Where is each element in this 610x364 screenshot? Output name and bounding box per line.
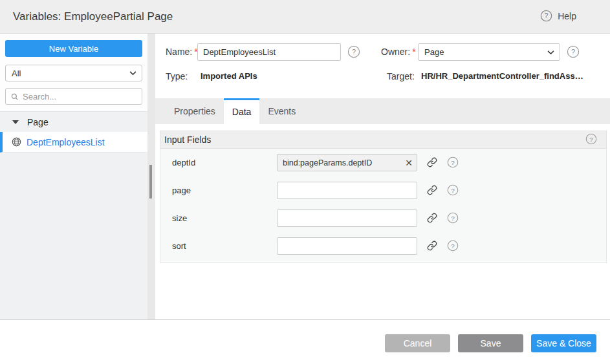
tab-properties[interactable]: Properties <box>166 98 224 124</box>
field-label: sort <box>172 237 186 255</box>
help-label: Help <box>558 11 576 21</box>
field-help-icon[interactable]: ? <box>447 184 459 198</box>
name-help-icon[interactable]: ? <box>347 45 360 60</box>
size-input[interactable] <box>277 209 417 227</box>
variables-sidebar: New Variable All Page DeptE <box>0 34 147 319</box>
scrollbar-thumb[interactable] <box>149 165 152 198</box>
field-help-icon[interactable]: ? <box>447 240 459 253</box>
svg-text:?: ? <box>571 48 575 56</box>
tree-group-label: Page <box>27 117 49 127</box>
input-fields-title: Input Fields <box>164 134 211 145</box>
svg-text:?: ? <box>451 215 455 222</box>
target-value: HR/HR_DepartmentController_findAss… <box>421 71 583 81</box>
input-fields-help-icon[interactable]: ? <box>585 133 597 147</box>
required-marker: * <box>412 47 415 57</box>
variable-filter: All <box>5 65 142 81</box>
save-button[interactable]: Save <box>458 334 523 352</box>
tab-data[interactable]: Data <box>224 98 260 124</box>
type-label: Type: <box>166 71 188 81</box>
input-row-deptid: deptId ✕ ? <box>160 154 606 171</box>
tab-events[interactable]: Events <box>259 98 304 124</box>
page-input[interactable] <box>277 182 417 199</box>
cancel-button[interactable]: Cancel <box>385 334 450 352</box>
svg-text:?: ? <box>451 187 455 194</box>
input-row-size: size ? <box>160 209 606 227</box>
tab-bar: Properties Data Events <box>155 98 610 124</box>
name-input[interactable] <box>197 43 341 61</box>
svg-text:?: ? <box>451 242 455 250</box>
page-title: Variables: EmployeePartial Page <box>13 0 173 33</box>
input-row-page: page ? <box>160 182 606 199</box>
search-input[interactable] <box>23 92 136 102</box>
field-help-icon[interactable]: ? <box>447 156 459 170</box>
input-row-sort: sort ? <box>160 237 606 255</box>
sort-input[interactable] <box>277 237 417 255</box>
help-button[interactable]: ? Help <box>540 10 576 22</box>
tree-item-deptemployeeslist[interactable]: DeptEmployeesList <box>0 132 147 153</box>
owner-field: Page <box>418 43 560 61</box>
svg-text:?: ? <box>589 135 593 142</box>
search-box <box>5 88 142 105</box>
globe-icon <box>12 137 21 147</box>
help-circle-icon: ? <box>540 10 552 22</box>
input-fields-header: Input Fields ? <box>160 131 607 149</box>
field-label: page <box>172 182 191 199</box>
input-fields-panel: Input Fields ? deptId ✕ <box>160 131 607 263</box>
name-label: Name:* <box>166 43 198 61</box>
input-fields-body: deptId ✕ ? page <box>160 149 607 263</box>
owner-label: Owner:* <box>381 43 416 61</box>
variables-tree: Page DeptEmployeesList <box>0 111 147 319</box>
target-label: Target: <box>387 71 415 81</box>
type-value: Imported APIs <box>201 71 257 81</box>
svg-text:?: ? <box>451 159 455 166</box>
sidebar-scrollbar <box>147 34 155 319</box>
owner-help-icon[interactable]: ? <box>567 45 580 60</box>
clear-binding-icon[interactable]: ✕ <box>402 154 416 171</box>
svg-text:?: ? <box>545 12 549 19</box>
owner-select[interactable]: Page <box>418 43 560 61</box>
tree-group-page[interactable]: Page <box>0 112 147 132</box>
collapse-triangle-icon <box>12 120 19 124</box>
svg-text:?: ? <box>352 48 356 56</box>
save-close-button[interactable]: Save & Close <box>531 334 596 352</box>
field-help-icon[interactable]: ? <box>447 212 459 226</box>
tree-item-label: DeptEmployeesList <box>27 137 105 147</box>
dialog-header: Variables: EmployeePartial Page ? Help <box>0 0 610 34</box>
field-label: size <box>172 209 187 227</box>
search-icon <box>11 92 18 101</box>
dialog-footer: Cancel Save Save & Close <box>0 319 610 364</box>
variable-filter-select[interactable]: All <box>5 65 142 81</box>
field-label: deptId <box>172 154 195 171</box>
new-variable-button[interactable]: New Variable <box>5 40 142 57</box>
variable-detail-panel: Name:* ? Owner:* Page ? Type: Imported A… <box>155 34 610 319</box>
bind-link-icon[interactable] <box>427 213 437 225</box>
bind-link-icon[interactable] <box>427 185 437 197</box>
bind-link-icon[interactable] <box>427 157 437 169</box>
bind-link-icon[interactable] <box>427 241 437 253</box>
deptid-input[interactable] <box>277 154 417 171</box>
